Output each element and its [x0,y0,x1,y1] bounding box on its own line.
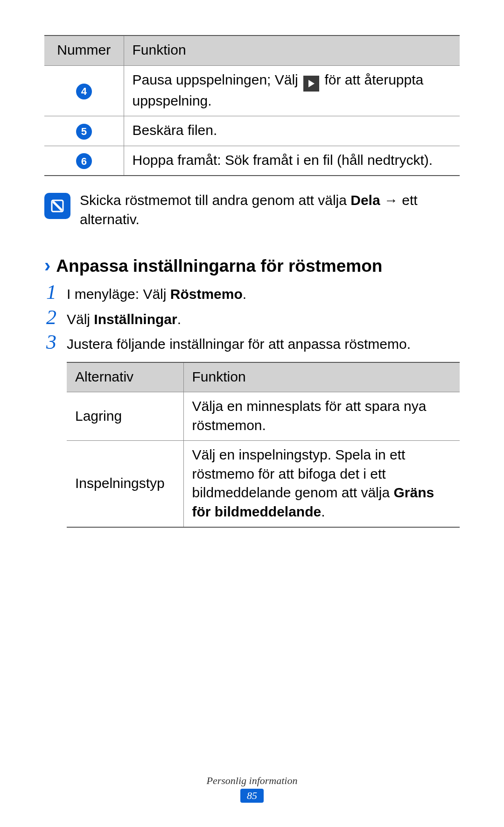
section-heading: › Anpassa inställningarna för röstmemon [44,256,460,276]
note-text-before: Skicka röstmemot till andra genom att vä… [80,192,350,208]
step-1: 1 I menyläge: Välj Röstmemo. [44,282,460,305]
table1-row1-text: Beskära filen. [124,116,460,146]
table2-header-function: Funktion [183,362,460,392]
step3-before: Justera följande inställningar för att a… [67,336,411,352]
steps-list: 1 I menyläge: Välj Röstmemo. 2 Välj Inst… [44,282,460,355]
table1-header-number: Nummer [44,35,124,65]
table2-row0-func: Välja en minnesplats för att spara nya r… [183,392,460,441]
option-function-table: Alternativ Funktion Lagring Välja en min… [67,362,460,528]
step2-before: Välj [67,311,94,327]
step-number: 3 [44,332,58,353]
step-number: 2 [44,307,58,328]
step-3: 3 Justera följande inställningar för att… [44,332,460,355]
step2-after: . [177,311,181,327]
table1-row2-text: Hoppa framåt: Sök framåt i en fil (håll … [124,146,460,176]
table-row: Inspelningstyp Välj en inspelningstyp. S… [67,441,460,528]
play-icon [303,76,319,92]
table1-row0-text-before: Pausa uppspelningen; Välj [133,72,302,87]
table-row: 6 Hoppa framåt: Sök framåt i en fil (hål… [44,146,460,176]
number-function-table: Nummer Funktion 4 Pausa uppspelningen; V… [44,35,460,176]
number-badge-6: 6 [76,153,92,169]
table-row: 5 Beskära filen. [44,116,460,146]
heading-text: Anpassa inställningarna för röstmemon [56,256,382,276]
svg-marker-0 [308,80,315,87]
table2-header-option: Alternativ [67,362,183,392]
footer-section-title: Personlig information [0,775,504,787]
chevron-right-icon: › [44,256,50,275]
number-badge-5: 5 [76,124,92,140]
step1-bold: Röstmemo [170,286,243,302]
table2-row1-option: Inspelningstyp [67,441,183,528]
step1-before: I menyläge: Välj [67,286,170,302]
table-row: 4 Pausa uppspelningen; Välj för att åter… [44,65,460,116]
table2-row1-after: . [321,504,325,519]
note-icon [44,193,70,219]
note-text-bold: Dela [350,192,380,208]
step1-after: . [243,286,246,302]
step2-bold: Inställningar [94,311,177,327]
number-badge-4: 4 [76,84,92,99]
page-number-badge: 85 [240,789,264,803]
table2-row1-before: Välj en inspelningstyp. Spela in ett rös… [192,447,406,500]
table2-row0-option: Lagring [67,392,183,441]
step-2: 2 Välj Inställningar. [44,307,460,331]
table1-header-function: Funktion [124,35,460,65]
step-number: 1 [44,282,58,303]
note-block: Skicka röstmemot till andra genom att vä… [44,191,460,229]
page-footer: Personlig information 85 [0,775,504,803]
table-row: Lagring Välja en minnesplats för att spa… [67,392,460,441]
